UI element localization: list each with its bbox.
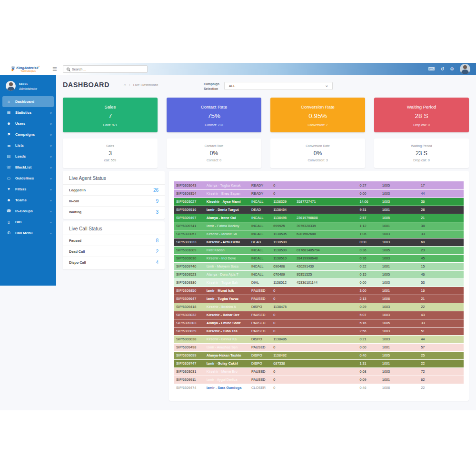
stat-card-value: 3 <box>63 150 158 157</box>
table-row: SIP/6309354 Kirsehir - Enes Sapan READY … <box>174 189 464 198</box>
cell-agent[interactable]: Kirsehir - Mcahit Sa <box>205 230 249 238</box>
cell-agent[interactable]: Alanya - Emine Sndz <box>205 319 249 327</box>
search-box[interactable] <box>63 65 148 73</box>
status-value: 3 <box>156 209 159 215</box>
cell-sip: SIP/6309741 <box>174 222 205 230</box>
cell-sip: SIP/6303033 <box>174 238 205 246</box>
sidebar-item-leads[interactable]: ▤ Leads ∨ <box>0 151 56 162</box>
cell-lead-id: 0 <box>271 287 295 295</box>
cell-in-group <box>437 262 464 270</box>
cell-sip: SIP/6301009 <box>174 246 205 254</box>
stat-card-subtext: call: 569 <box>63 159 158 162</box>
cell-agent[interactable]: Izmir - Sara Gundoga <box>205 384 249 392</box>
cell-mmss: 2:56 <box>357 327 380 335</box>
sidebar-item-call-menu[interactable]: ✆ Call Menu ∨ <box>0 228 56 238</box>
cell-lead-id: 0 <box>271 311 295 319</box>
cell-campaign: 1003 <box>380 254 419 262</box>
stat-cards: Sales 7 Calls: 971 Contact Rate 75% Cont… <box>63 98 469 132</box>
cell-agent[interactable]: Kirsehir - Tugce Sah <box>205 278 249 287</box>
stat-card-title: Contact Rate <box>167 144 261 148</box>
cell-calls: 17 <box>419 181 437 189</box>
cell-agent[interactable]: Alanya - Tugba Kanak <box>205 181 249 189</box>
keypad-icon[interactable]: ⌨ <box>428 67 435 71</box>
cell-campaign: 1003 <box>380 238 419 246</box>
sidebar-item-did[interactable]: ▯ DID ∨ <box>0 217 56 228</box>
bar-chart-icon: ▦ <box>6 110 11 115</box>
cell-agent[interactable]: Izmir - Aygul Derlica <box>205 376 249 384</box>
cell-agent[interactable]: Kirsehir - Tuba Tas <box>205 327 249 335</box>
table-row: SIP/6309741 Izmir - Fatma Bozkoy INCALL … <box>174 222 464 230</box>
cell-mmss: 0:40 <box>357 351 380 359</box>
registered-mark: ® <box>39 65 40 68</box>
cell-customer-number <box>295 359 358 367</box>
sidebar-profile[interactable]: 6666 Administrator <box>0 78 56 96</box>
cell-mmss: 0:00 <box>357 238 380 246</box>
sidebar-item-in-groups[interactable]: ☎ In-Groups ∨ <box>0 206 56 217</box>
cell-agent[interactable]: Izmir - Gulay Cakirl <box>205 359 249 367</box>
cell-agent[interactable]: Izmir - Tugba Yavuz <box>205 295 249 303</box>
cell-in-group <box>437 351 464 359</box>
app-logo[interactable]: ♛ * KingAsterisk® Technologies <box>0 63 50 75</box>
cell-lead-id: 687338 <box>271 359 295 367</box>
sidebar-item-guidelines[interactable]: ▭ Guidelines ∨ <box>0 173 56 184</box>
search-input[interactable] <box>72 68 139 71</box>
sidebar-item-statistics[interactable]: ▦ Statistics ∨ <box>0 107 56 118</box>
cell-sip: SIP/6309474 <box>174 384 205 392</box>
cell-customer-number <box>295 189 358 198</box>
sidebar-item-lists[interactable]: ☰ Lists ∨ <box>0 140 56 151</box>
cell-agent[interactable]: Izmir - Fatma Bozkoy <box>205 222 249 230</box>
cell-status: INCALL <box>249 262 271 270</box>
sidebar-item-teams[interactable]: ☻ Teams ∨ <box>0 195 56 206</box>
cell-agent[interactable]: Alanya - Irene Gul <box>205 214 249 222</box>
cell-agent[interactable]: Kirsehir - Inci Deve <box>205 254 249 262</box>
cell-agent[interactable]: Kirsehir - Binnur Ka <box>205 335 249 343</box>
cell-calls: 22 <box>419 359 437 367</box>
cell-mmss: 0:27 <box>357 181 380 189</box>
cell-agent[interactable]: Kirsehir - Ibrahim A <box>205 303 249 311</box>
table-row: SIP/6309099 Alanya-Hakan Taskin DISPO 11… <box>174 351 464 359</box>
status-label: Paused <box>69 238 81 243</box>
cell-campaign: 1001 <box>380 206 419 214</box>
sidebar-item-blacklist[interactable]: ☏ BlackList ∨ <box>0 162 56 173</box>
stat-card-value: 0% <box>167 150 261 157</box>
cell-agent[interactable]: Izmir - Anushas Sen <box>205 343 249 351</box>
cell-status: PAUSED <box>249 376 271 384</box>
cell-lead-id: 0 <box>271 327 295 335</box>
cell-mmss: 0:00 <box>357 343 380 351</box>
cell-campaign: 1005 <box>380 181 419 189</box>
cell-agent[interactable]: Alanya-Hakan Taskin <box>205 351 249 359</box>
cell-status: PAUSED <box>249 311 271 319</box>
cell-calls: 36 <box>419 198 437 206</box>
history-icon[interactable]: ↺ <box>441 67 445 71</box>
cell-customer-number <box>295 376 358 384</box>
cell-mmss: 1:12 <box>357 222 380 230</box>
cell-agent[interactable]: Izmir - Murat Isik <box>205 287 249 295</box>
table-row: SIP/6303029 Kirsehir - Tuba Tas PAUSED 0… <box>174 327 464 335</box>
cell-lead-id: 1138486 <box>271 335 295 343</box>
home-icon[interactable]: ⌂ <box>124 83 126 87</box>
cell-agent[interactable]: Izmir - Meryem Sosa <box>205 262 249 270</box>
sidebar-item-campaigns[interactable]: ⚑ Campaigns ∨ <box>0 129 56 140</box>
cell-status: PAUSED <box>249 343 271 351</box>
cell-agent[interactable]: Kirsehir - Merve Ero <box>205 367 249 376</box>
cell-agent[interactable]: Kirsehir - Ayse Mami <box>205 198 249 206</box>
sidebar-item-filters[interactable]: ▼ Filters ∨ <box>0 184 56 195</box>
hamburger-menu-icon[interactable]: ☰ <box>52 66 57 72</box>
sidebar-item-dashboard[interactable]: ⌂ Dashboard ∨ <box>2 96 54 107</box>
cell-lead-id: 1138512 <box>271 278 295 287</box>
stat-card-title: Sales <box>63 144 158 148</box>
sidebar-item-users[interactable]: ☻ Users ∨ <box>0 118 56 129</box>
cell-agent[interactable]: Kirsehir - Enes Sapan <box>205 189 249 198</box>
cell-status: INCALL <box>249 214 271 222</box>
cell-agent[interactable]: Izmir - Deniz Turgut <box>205 206 249 214</box>
cell-agent[interactable]: Firat Kadan <box>205 246 249 254</box>
breadcrumb-current[interactable]: Live Dashboard <box>133 83 159 87</box>
settings-icon[interactable]: ⚙ <box>450 67 454 71</box>
cell-customer-number <box>295 343 358 351</box>
user-avatar[interactable] <box>460 64 470 74</box>
cell-agent[interactable]: Alanya - Duru Ajda T <box>205 270 249 278</box>
cell-agent[interactable]: Kirsehir - Arzu Demi <box>205 238 249 246</box>
cell-agent[interactable]: Kirsehir - Bahar Der <box>205 311 249 319</box>
cell-campaign: 1001 <box>380 287 419 295</box>
campaign-select[interactable]: ALL ∨ <box>224 82 333 90</box>
